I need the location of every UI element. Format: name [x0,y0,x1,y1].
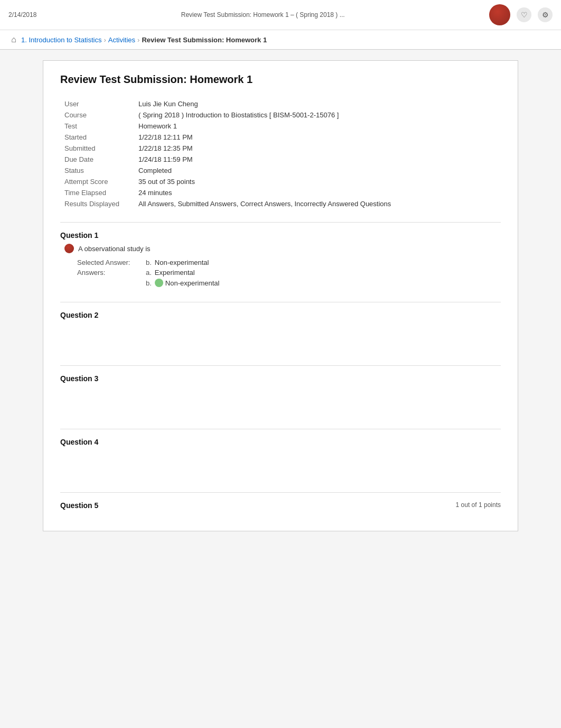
due-label: Due Date [60,154,134,165]
question-3-section: Question 3 [60,365,501,429]
question-1-dot [64,244,74,253]
status-label: Status [60,165,134,176]
info-row-status: Status Completed [60,165,501,176]
question-5-title: Question 5 [60,501,98,510]
question-4-section: Question 4 [60,429,501,492]
status-value: Completed [134,165,501,176]
course-value: ( Spring 2018 ) Introduction to Biostati… [134,109,501,121]
elapsed-value: 24 minutes [134,187,501,198]
info-row-user: User Luis Jie Kun Cheng [60,98,501,109]
selected-answer-item: b. Non-experimental [146,259,209,266]
results-value: All Answers, Submitted Answers, Correct … [134,198,501,209]
course-label: Course [60,109,134,121]
top-bar: 2/14/2018 Review Test Submission: Homewo… [0,0,561,30]
main-content: Review Test Submission: Homework 1 User … [43,60,518,531]
page-title: Review Test Submission: Homework 1 [60,73,501,86]
breadcrumb-current: Review Test Submission: Homework 1 [142,36,267,44]
answer-a-text: Experimental [155,269,195,277]
answers-label: Answers: [77,269,146,277]
info-table: User Luis Jie Kun Cheng Course ( Spring … [60,98,501,209]
question-2-header: Question 2 [60,311,501,319]
question-5-points: 1 out of 1 points [456,501,501,509]
answer-b-text: Non-experimental [165,279,220,287]
info-row-score: Attempt Score 35 out of 35 points [60,176,501,187]
question-5-section: Question 5 1 out of 1 points [60,492,501,518]
answers-row: Answers: a. Experimental b. Non-experime… [77,269,501,287]
info-row-course: Course ( Spring 2018 ) Introduction to B… [60,109,501,121]
question-1-title: Question 1 [60,231,98,239]
question-3-title: Question 3 [60,374,98,383]
question-1-answers-block: Selected Answer: b. Non-experimental Ans… [64,259,501,287]
question-2-section: Question 2 [60,302,501,365]
info-row-results: Results Displayed All Answers, Submitted… [60,198,501,209]
breadcrumb-item-1[interactable]: 1. Introduction to Statistics [21,36,101,44]
top-bar-date: 2/14/2018 [8,11,36,19]
submitted-label: Submitted [60,143,134,154]
correct-answer-dot [155,279,163,287]
answer-item-a: a. Experimental [146,269,219,277]
selected-answer-row: Selected Answer: b. Non-experimental [77,259,501,266]
breadcrumb-item-2[interactable]: Activities [108,36,135,44]
answer-b-letter: b. [146,279,152,287]
question-1-text: A observational study is [64,244,501,253]
submitted-value: 1/22/18 12:35 PM [134,143,501,154]
selected-answer-letter: b. [146,259,152,266]
question-1-content: A observational study is [78,245,151,253]
answer-a-letter: a. [146,269,152,277]
score-label: Attempt Score [60,176,134,187]
nav-bar: ⌂ 1. Introduction to Statistics › Activi… [0,30,561,50]
settings-icon[interactable]: ⚙ [538,7,553,22]
due-value: 1/24/18 11:59 PM [134,154,501,165]
user-label: User [60,98,134,109]
info-row-submitted: Submitted 1/22/18 12:35 PM [60,143,501,154]
info-row-due: Due Date 1/24/18 11:59 PM [60,154,501,165]
selected-answer-text: Non-experimental [155,259,209,266]
started-label: Started [60,132,134,143]
breadcrumb: 1. Introduction to Statistics › Activiti… [21,36,267,44]
info-row-test: Test Homework 1 [60,121,501,132]
score-value: 35 out of 35 points [134,176,501,187]
test-value: Homework 1 [134,121,501,132]
breadcrumb-sep-2: › [137,36,139,44]
question-4-header: Question 4 [60,438,501,446]
user-value: Luis Jie Kun Cheng [134,98,501,109]
question-3-header: Question 3 [60,374,501,383]
breadcrumb-sep-1: › [104,36,106,44]
question-1-body: A observational study is Selected Answer… [60,244,501,287]
top-bar-title: Review Test Submission: Homework 1 – ( S… [36,11,489,19]
results-label: Results Displayed [60,198,134,209]
notifications-icon[interactable]: ♡ [517,7,531,22]
selected-answer-content: b. Non-experimental [146,259,209,266]
selected-answer-label: Selected Answer: [77,259,146,266]
answers-content: a. Experimental b. Non-experimental [146,269,219,287]
home-icon[interactable]: ⌂ [8,34,19,45]
question-2-title: Question 2 [60,311,98,319]
info-row-elapsed: Time Elapsed 24 minutes [60,187,501,198]
top-bar-right: ♡ ⚙ [489,4,553,25]
started-value: 1/22/18 12:11 PM [134,132,501,143]
test-label: Test [60,121,134,132]
answer-item-b: b. Non-experimental [146,279,219,287]
question-1-section: Question 1 A observational study is Sele… [60,222,501,302]
question-4-title: Question 4 [60,438,98,446]
info-row-started: Started 1/22/18 12:11 PM [60,132,501,143]
question-1-header: Question 1 [60,231,501,239]
elapsed-label: Time Elapsed [60,187,134,198]
avatar [489,4,510,25]
